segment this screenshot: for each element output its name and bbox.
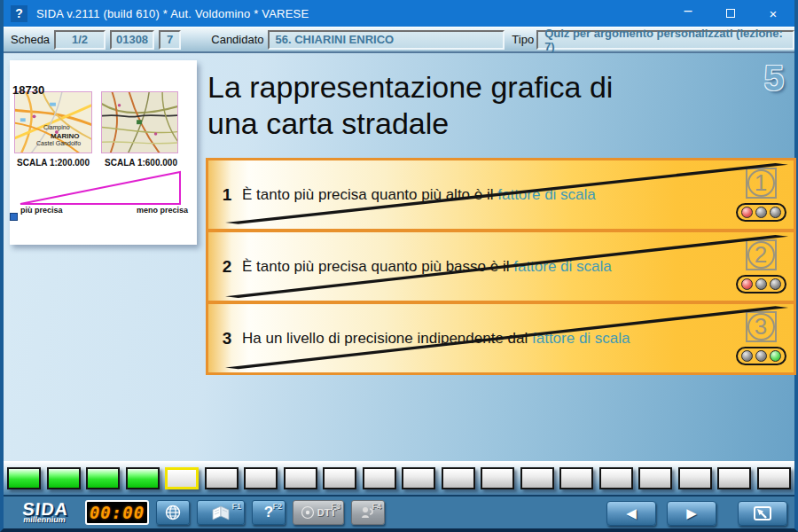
exit-button[interactable] <box>738 501 787 526</box>
progress-cell[interactable] <box>442 467 475 489</box>
lesson-number-field: 7 <box>159 30 181 50</box>
f1-key-label: F1 <box>231 502 241 511</box>
progress-cell[interactable] <box>638 467 672 489</box>
app-window: ? SIDA v.2111 (build 610) * Aut. Voldomi… <box>0 0 798 532</box>
map-image-600k <box>101 91 178 153</box>
minimize-button[interactable]: – <box>667 0 709 27</box>
scheda-label: Scheda <box>11 33 50 46</box>
progress-cell[interactable] <box>559 467 593 489</box>
progress-cell[interactable] <box>402 467 435 489</box>
quiz-header: Scheda 1/2 01308 7 Candidato 56. CHIARIN… <box>4 27 794 53</box>
answer-text-highlight: fattore di scala <box>513 258 612 275</box>
next-button[interactable]: ▶ <box>667 501 716 526</box>
help-icon[interactable]: ? <box>11 5 27 22</box>
help-quiz-button[interactable]: F2 ? <box>252 500 286 525</box>
answers-block: 1 È tanto più precisa quanto più alto è … <box>206 158 796 375</box>
close-button[interactable]: × <box>752 0 794 27</box>
map-label-marino: MARINO <box>51 132 79 140</box>
light-3 <box>770 350 781 362</box>
main-area: 18730 Ciampino MARINO Castel Gandolfo <box>4 53 794 461</box>
prev-button[interactable]: ◀ <box>606 501 656 526</box>
answer-text: È tanto più precisa quanto più alto è il… <box>242 186 732 204</box>
light-2 <box>755 278 767 290</box>
light-1 <box>741 207 753 218</box>
maximize-button[interactable] <box>709 0 752 27</box>
answer-row-2[interactable]: 2 È tanto più precisa quanto più basso è… <box>208 232 794 301</box>
traffic-light[interactable] <box>736 203 786 222</box>
progress-cell[interactable] <box>520 467 554 489</box>
phone-button: F4 <box>351 500 385 525</box>
answer-text: È tanto più precisa quanto più basso è i… <box>242 258 732 276</box>
progress-cell[interactable] <box>323 467 356 489</box>
map-caption-200k: SCALA 1:200.000 <box>10 158 97 168</box>
triangle-label-left: più precisa <box>20 206 63 215</box>
traffic-light[interactable] <box>736 275 786 293</box>
bottom-toolbar: SIDA millennium 00:00 F1 F2 <box>4 495 794 528</box>
quiz-code-field: 01308 <box>110 30 154 50</box>
prev-arrow-icon: ◀ <box>626 505 637 521</box>
map-label-castel-gandolfo: Castel Gandolfo <box>36 140 81 146</box>
answer-row-3[interactable]: 3 Ha un livello di precisione indipenden… <box>208 304 794 372</box>
map-label-ciampino: Ciampino <box>43 124 70 130</box>
title-bar: ? SIDA v.2111 (build 610) * Aut. Voldomi… <box>4 0 794 27</box>
progress-cell[interactable] <box>284 467 317 489</box>
sida-logo: SIDA millennium <box>12 501 80 524</box>
light-2 <box>755 207 767 218</box>
manual-button[interactable]: F1 <box>197 500 245 525</box>
internet-button[interactable] <box>156 500 190 525</box>
tipo-label: Tipo <box>512 33 534 46</box>
progress-cell[interactable] <box>165 467 199 489</box>
answer-text-highlight: fattore di scala <box>497 186 596 203</box>
question-number: 5 <box>764 59 784 98</box>
scheda-counter-field: 1/2 <box>54 30 106 50</box>
answer-number: 2 <box>216 257 238 277</box>
progress-cell[interactable] <box>205 467 239 489</box>
maximize-icon <box>726 9 735 18</box>
precision-triangle-icon <box>17 168 187 207</box>
answer-text-main: Ha un livello di precisione indipendente… <box>242 330 532 347</box>
answer-badge[interactable]: 3 <box>746 311 777 342</box>
light-3 <box>770 278 781 290</box>
question-title-line1: La rappresentazione grafica di <box>207 69 766 106</box>
light-1 <box>741 350 753 362</box>
progress-cell[interactable] <box>481 467 514 489</box>
candidato-field: 56. CHIARINI ENRICO <box>268 30 505 50</box>
f3-key-label: F3 <box>331 502 340 511</box>
figure-code: 18730 <box>12 83 44 97</box>
dtt-emblem-icon <box>301 505 315 520</box>
answer-badge[interactable]: 2 <box>746 239 777 270</box>
minimize-icon: – <box>685 3 692 19</box>
triangle-label-right: meno precisa <box>137 206 188 215</box>
progress-cell[interactable] <box>86 467 120 489</box>
answer-text-highlight: fattore di scala <box>532 330 630 347</box>
progress-cell[interactable] <box>717 467 751 489</box>
progress-cell[interactable] <box>7 467 41 489</box>
answer-row-1[interactable]: 1 È tanto più precisa quanto più alto è … <box>208 160 794 229</box>
exit-icon <box>752 505 773 522</box>
dtt-button: F3 DTT <box>293 500 344 525</box>
question-figure-panel: 18730 Ciampino MARINO Castel Gandolfo <box>10 60 197 245</box>
progress-cell[interactable] <box>126 467 160 489</box>
light-1 <box>741 278 753 290</box>
tipo-field: Quiz per argomento personalizzati (lezio… <box>536 30 794 50</box>
progress-cell[interactable] <box>244 467 278 489</box>
sida-mini-icon <box>10 213 18 221</box>
map-image-200k: Ciampino MARINO Castel Gandolfo <box>14 91 92 153</box>
candidato-label: Candidato <box>211 33 263 46</box>
f2-key-label: F2 <box>272 502 282 511</box>
progress-cell[interactable] <box>47 467 81 489</box>
answer-text-main: È tanto più precisa quanto più alto è il <box>242 186 497 203</box>
question-title-line2: una carta stradale <box>207 106 766 142</box>
traffic-light[interactable] <box>736 347 786 365</box>
answer-number: 3 <box>216 329 238 348</box>
f4-key-label: F4 <box>372 502 381 511</box>
progress-cell[interactable] <box>363 467 396 489</box>
light-3 <box>770 207 781 218</box>
book-icon <box>210 505 231 520</box>
answer-badge[interactable]: 1 <box>746 168 777 199</box>
progress-cell[interactable] <box>678 467 712 489</box>
progress-cell[interactable] <box>757 467 791 489</box>
progress-cell[interactable] <box>599 467 633 489</box>
close-icon: × <box>770 6 778 21</box>
answer-number: 1 <box>216 185 238 205</box>
